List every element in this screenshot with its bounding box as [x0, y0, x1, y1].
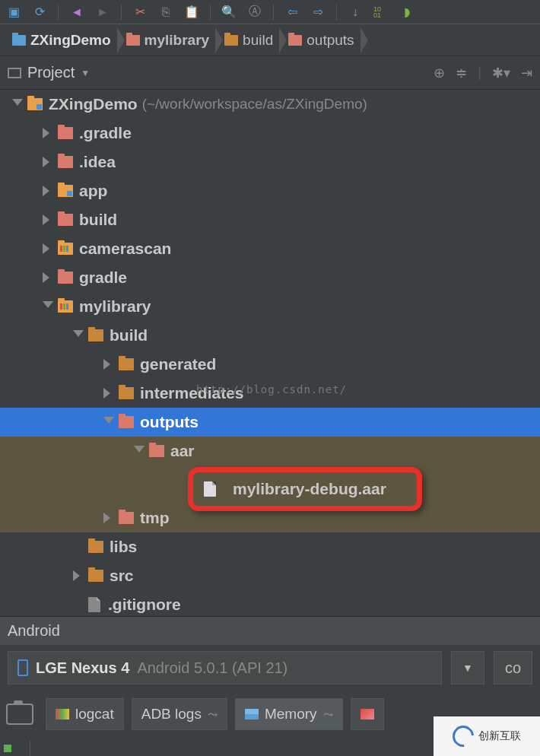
module-icon [12, 35, 26, 46]
co-button[interactable]: co [494, 651, 532, 685]
file-icon [204, 481, 216, 497]
expand-arrow-icon[interactable] [103, 513, 114, 523]
tab-memory[interactable]: Memory⤳ [235, 698, 343, 730]
project-panel-header: Project ▼ ⊕ ≑ | ✱▾ ⇥ [0, 56, 540, 90]
collapse-icon[interactable]: ≑ [456, 65, 467, 81]
tree-item-build[interactable]: build [0, 321, 540, 350]
tab-cpu[interactable] [351, 698, 384, 730]
folder-icon [58, 214, 73, 226]
folder-icon [58, 156, 73, 168]
undo-icon[interactable]: ◄ [69, 5, 84, 20]
expand-arrow-icon[interactable] [43, 243, 53, 254]
expand-arrow-icon[interactable] [43, 272, 53, 283]
spacer [73, 542, 84, 552]
tree-item-mylibrary[interactable]: mylibrary [0, 292, 540, 321]
folder-icon [119, 387, 134, 399]
bottom-tab[interactable] [0, 741, 30, 756]
crumb-root[interactable]: ZXingDemo [3, 27, 117, 53]
target-icon[interactable]: ⊕ [434, 65, 445, 81]
hide-icon[interactable]: ⇥ [521, 65, 532, 81]
main-toolbar: ▣ ⟳ ◄ ► ✂ ⎘ 📋 🔍 Ⓐ ⇦ ⇨ ↓ 10 01 ◗ [0, 0, 540, 24]
copy-icon[interactable]: ⎘ [158, 5, 173, 20]
expand-arrow-icon[interactable] [43, 128, 53, 138]
pin-icon: ⤳ [323, 707, 333, 722]
tree-item--gitignore[interactable]: .gitignore [0, 590, 540, 619]
project-tree[interactable]: ZXingDemo(~/work/workspace/as/ZXingDemo)… [0, 90, 540, 619]
cut-icon[interactable]: ✂ [132, 5, 148, 20]
folder-icon [88, 541, 103, 553]
tree-root[interactable]: ZXingDemo(~/work/workspace/as/ZXingDemo) [0, 90, 540, 119]
device-selector[interactable]: LGE Nexus 4 Android 5.0.1 (API 21) [8, 651, 442, 685]
find-icon[interactable]: 🔍 [221, 5, 237, 20]
tree-item-aar[interactable]: aar [0, 437, 540, 465]
project-view-label[interactable]: Project [27, 64, 75, 81]
tree-item-app[interactable]: app [0, 176, 540, 205]
tree-item-outputs[interactable]: outputs [0, 408, 540, 437]
phone-icon [17, 659, 28, 676]
device-name: LGE Nexus 4 [36, 659, 129, 677]
device-selector-row: LGE Nexus 4 Android 5.0.1 (API 21) ▼ co [0, 645, 540, 691]
folder-icon [149, 445, 164, 457]
device-dropdown-button[interactable]: ▼ [451, 651, 484, 685]
expand-arrow-icon[interactable] [43, 186, 53, 196]
tree-item-camerascan[interactable]: camerascan [0, 234, 540, 263]
folder-icon [58, 127, 73, 139]
save-icon[interactable]: ▣ [6, 5, 21, 20]
expand-arrow-icon[interactable] [103, 388, 114, 399]
tree-item-gradle[interactable]: gradle [0, 263, 540, 292]
pin-icon: ⤳ [208, 707, 218, 722]
expand-arrow-icon[interactable] [43, 214, 53, 225]
folder-icon [288, 35, 302, 46]
gear-icon[interactable]: ✱▾ [492, 65, 510, 81]
back-icon[interactable]: ⇦ [284, 5, 300, 20]
chart-icon [245, 709, 259, 719]
tree-item-build[interactable]: build [0, 205, 540, 234]
crumb-build[interactable]: build [215, 27, 279, 53]
folder-icon [224, 35, 238, 46]
screenshot-icon[interactable] [6, 704, 33, 725]
forward-icon[interactable]: ⇨ [310, 5, 326, 20]
folder-icon [119, 358, 134, 370]
tree-item--gradle[interactable]: .gradle [0, 119, 540, 148]
download-icon[interactable]: ↓ [348, 5, 363, 20]
expand-arrow-icon[interactable] [103, 359, 114, 370]
expand-arrow-icon[interactable] [103, 417, 114, 427]
expand-arrow-icon[interactable] [73, 330, 84, 341]
chevron-down-icon[interactable]: ▼ [81, 68, 90, 78]
highlighted-file[interactable]: mylibrary-debug.aar [233, 480, 386, 498]
highlight-annotation: mylibrary-debug.aar [188, 467, 422, 511]
android-icon [56, 709, 69, 719]
tree-item-generated[interactable]: generated [0, 350, 540, 379]
folder-icon [88, 329, 103, 341]
folder-icon [119, 416, 134, 428]
crumb-mylibrary[interactable]: mylibrary [117, 27, 216, 53]
refresh-icon[interactable]: ⟳ [32, 5, 47, 20]
device-os: Android 5.0.1 (API 21) [137, 659, 287, 677]
breadcrumb: ZXingDemo mylibrary build outputs [0, 24, 540, 56]
expand-arrow-icon[interactable] [73, 570, 84, 581]
project-view-icon [8, 68, 21, 78]
folder-icon [58, 185, 73, 197]
expand-arrow-icon[interactable] [43, 301, 53, 312]
replace-icon[interactable]: Ⓐ [247, 5, 262, 20]
spacer [73, 599, 84, 610]
folder-icon [58, 300, 73, 313]
tree-item-libs[interactable]: libs [0, 532, 540, 561]
tree-item--idea[interactable]: .idea [0, 148, 540, 176]
expand-arrow-icon[interactable] [43, 157, 53, 167]
tree-item-src[interactable]: src [0, 561, 540, 590]
expand-arrow-icon[interactable] [134, 446, 145, 456]
tab-logcat[interactable]: logcat [46, 698, 124, 730]
tab-adb-logs[interactable]: ADB logs⤳ [132, 698, 227, 730]
file-icon [88, 597, 100, 612]
android-panel-header[interactable]: Android [0, 616, 540, 645]
redo-icon[interactable]: ► [95, 5, 110, 20]
watermark-text: http://blog.csdn.net/ [196, 383, 347, 395]
android-icon[interactable]: ◗ [399, 5, 415, 20]
folder-icon [119, 512, 134, 524]
crumb-outputs[interactable]: outputs [279, 27, 360, 53]
folder-icon [126, 35, 140, 46]
folder-icon [58, 243, 73, 255]
module-icon [27, 98, 43, 110]
paste-icon[interactable]: 📋 [184, 5, 199, 20]
